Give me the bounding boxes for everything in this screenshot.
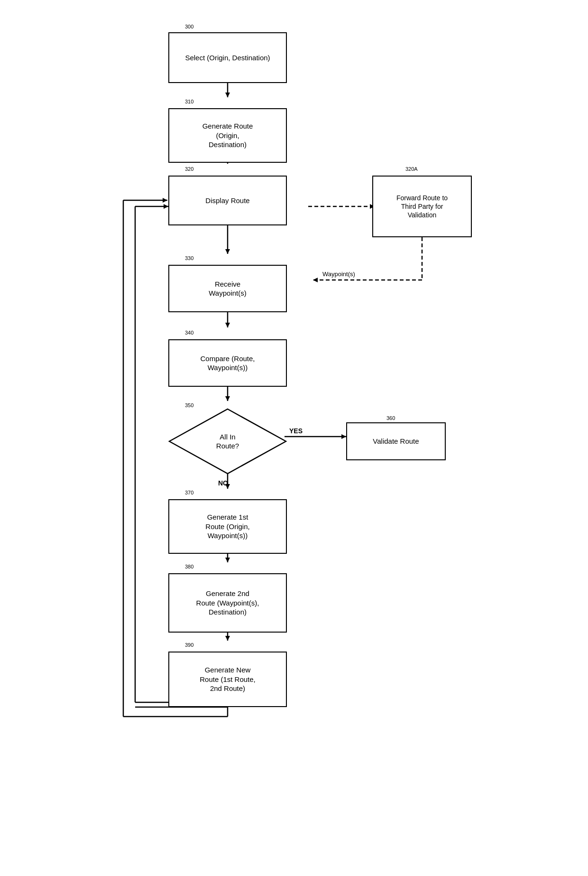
box-320a-text: Forward Route toThird Party forValidatio…	[396, 194, 448, 220]
label-350: 350	[185, 402, 193, 408]
label-360: 360	[386, 415, 395, 421]
box-390: Generate NewRoute (1st Route,2nd Route)	[168, 652, 287, 707]
box-340-text: Compare (Route,Waypoint(s))	[200, 354, 255, 373]
box-380-text: Generate 2ndRoute (Waypoint(s),Destinati…	[196, 589, 259, 617]
box-370: Generate 1stRoute (Origin,Waypoint(s))	[168, 499, 287, 554]
label-320a: 320A	[405, 166, 418, 172]
box-320-text: Display Route	[205, 196, 249, 205]
svg-marker-26	[164, 204, 168, 209]
svg-marker-1	[225, 93, 230, 97]
no-label: NO	[218, 479, 228, 487]
label-300: 300	[185, 24, 193, 29]
label-390: 390	[185, 642, 193, 648]
label-320: 320	[185, 166, 193, 172]
box-310-text: Generate Route(Origin,Destination)	[202, 121, 253, 149]
box-330-text: ReceiveWaypoint(s)	[209, 280, 246, 298]
box-330: ReceiveWaypoint(s)	[168, 265, 287, 312]
svg-marker-12	[225, 323, 230, 327]
box-340: Compare (Route,Waypoint(s))	[168, 339, 287, 387]
box-320: Display Route	[168, 176, 287, 225]
svg-marker-20	[225, 558, 230, 562]
svg-marker-10	[225, 249, 230, 254]
box-350: All InRoute?	[168, 408, 287, 475]
box-360-text: Validate Route	[373, 437, 419, 446]
svg-marker-16	[341, 434, 346, 439]
box-360: Validate Route	[346, 422, 446, 460]
box-300: Select (Origin, Destination)	[168, 32, 287, 83]
flowchart-diagram: 300 Select (Origin, Destination) 310 Gen…	[81, 9, 507, 864]
box-350-text: All InRoute?	[216, 432, 239, 451]
box-320a: Forward Route toThird Party forValidatio…	[372, 176, 472, 237]
box-380: Generate 2ndRoute (Waypoint(s),Destinati…	[168, 573, 287, 633]
label-310: 310	[185, 99, 193, 104]
box-300-text: Select (Origin, Destination)	[185, 53, 270, 63]
waypoint-arrow-label: Waypoint(s)	[322, 270, 355, 278]
svg-marker-22	[225, 636, 230, 641]
box-310: Generate Route(Origin,Destination)	[168, 108, 287, 163]
yes-label: YES	[289, 427, 303, 435]
label-370: 370	[185, 490, 193, 495]
svg-marker-8	[313, 278, 318, 282]
box-390-text: Generate NewRoute (1st Route,2nd Route)	[200, 665, 256, 693]
label-330: 330	[185, 255, 193, 261]
label-380: 380	[185, 564, 193, 569]
box-370-text: Generate 1stRoute (Origin,Waypoint(s))	[205, 513, 249, 541]
svg-marker-14	[225, 396, 230, 401]
label-340: 340	[185, 330, 193, 335]
